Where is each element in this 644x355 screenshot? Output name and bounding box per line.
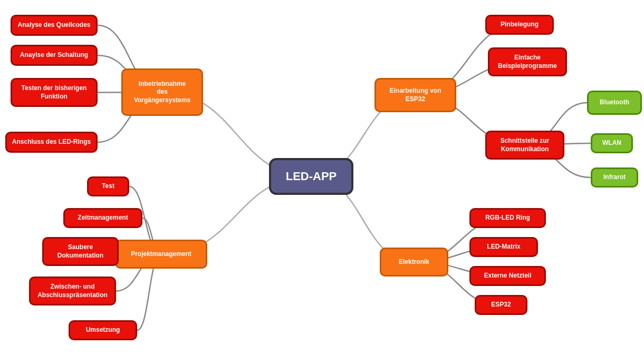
node-testen: Testen der bisherigen Funktion <box>11 78 98 107</box>
node-bluetooth: Bluetooth <box>587 91 642 115</box>
node-zwischen: Zwischen- und Abschlusspräsentation <box>29 277 116 305</box>
center-node: LED-APP <box>269 158 353 195</box>
node-pinbelegung: Pinbelegung <box>485 15 554 35</box>
node-inbetriebnahme: Inbetriebnahme des Vorgängersystems <box>121 68 203 116</box>
node-externe-netzteil: Externe Netzteil <box>469 266 546 286</box>
node-led-matrix: LED-Matrix <box>469 237 538 257</box>
node-analyse-quell: Analyse des Quellcodes <box>11 15 98 36</box>
node-analyse-schalt: Anaylse der Schaltung <box>11 45 98 66</box>
node-umsetzung: Umsetzung <box>69 320 137 340</box>
node-rgb-led: RGB-LED Ring <box>469 208 546 228</box>
node-einarbeitung: Einarbeitung von ESP32 <box>374 78 456 112</box>
node-einfache: Einfache Beispielprogramme <box>488 47 567 76</box>
node-test: Test <box>87 176 129 196</box>
node-zeitmanagement: Zeitmanagement <box>63 208 142 228</box>
node-saubere-doku: Saubere Dokumentation <box>42 237 119 266</box>
node-anschluss: Anschluss des LED-Rings <box>5 132 98 153</box>
mindmap-container: LED-APPInbetriebnahme des Vorgängersyste… <box>0 0 644 355</box>
node-infrarot: Infrarot <box>591 167 638 188</box>
node-wlan: WLAN <box>591 133 633 153</box>
node-esp32: ESP32 <box>475 295 527 315</box>
node-schnittstelle: Schnittstelle zur Kommunikation <box>485 131 564 160</box>
node-projektmanagement: Projektmanagement <box>115 240 207 269</box>
node-elektronik: Elektronik <box>380 248 448 277</box>
